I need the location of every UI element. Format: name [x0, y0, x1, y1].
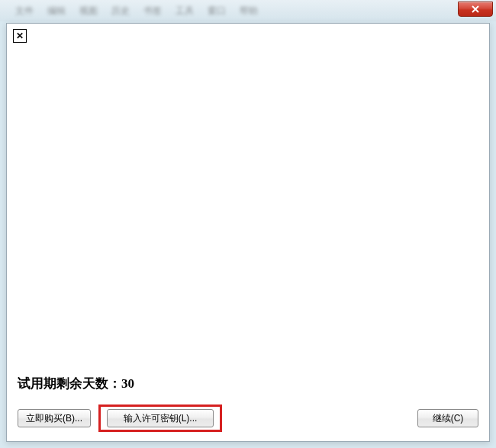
close-icon — [471, 5, 480, 14]
window-title-bar: 文件 编辑 视图 历史 书签 工具 窗口 帮助 — [0, 0, 496, 21]
dialog-header: ✕ — [7, 24, 489, 47]
dialog-body — [7, 47, 489, 375]
trial-days-message: 试用期剩余天数：30 — [7, 375, 489, 400]
buy-now-button[interactable]: 立即购买(B)... — [18, 409, 91, 427]
trial-label: 试用期剩余天数： — [18, 376, 121, 391]
broken-image-icon: ✕ — [13, 29, 27, 43]
continue-button[interactable]: 继续(C) — [417, 409, 478, 427]
window-close-button[interactable] — [458, 2, 493, 17]
trial-days-value: 30 — [121, 376, 134, 391]
background-menu: 文件 编辑 视图 历史 书签 工具 窗口 帮助 — [0, 5, 258, 18]
dialog-button-row: 立即购买(B)... 输入许可密钥(L)... 继续(C) — [7, 400, 489, 441]
highlight-annotation: 输入许可密钥(L)... — [98, 404, 222, 432]
trial-dialog: ✕ 试用期剩余天数：30 立即购买(B)... 输入许可密钥(L)... 继续(… — [6, 23, 490, 442]
enter-license-key-button[interactable]: 输入许可密钥(L)... — [107, 409, 214, 427]
